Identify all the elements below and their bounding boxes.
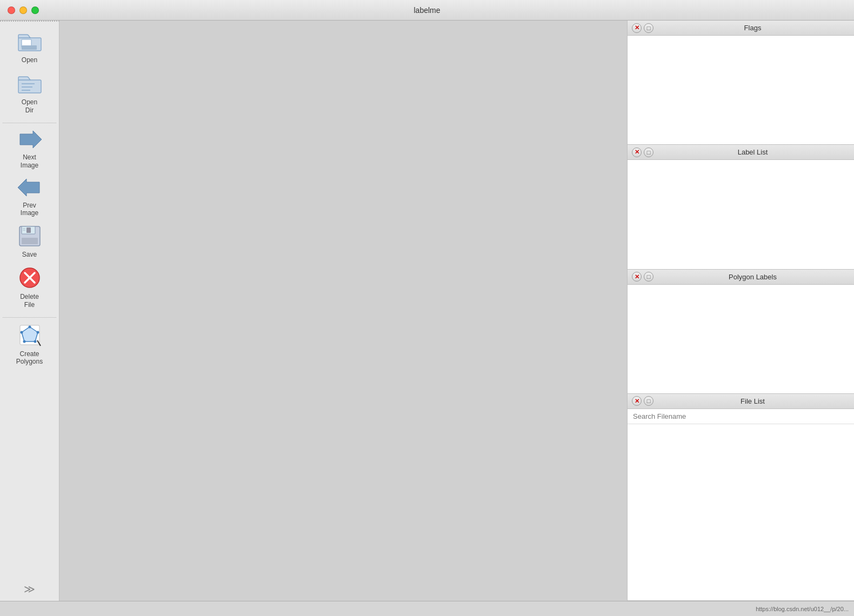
svg-rect-3 bbox=[18, 80, 41, 93]
arrow-right-icon bbox=[18, 130, 42, 151]
title-bar: labelme bbox=[0, 0, 854, 21]
prev-image-button[interactable]: PrevImage bbox=[0, 175, 59, 220]
floppy-disk-icon bbox=[19, 226, 41, 249]
delete-circle-icon bbox=[19, 267, 41, 291]
folder-open-dir-icon bbox=[17, 72, 42, 96]
open-button[interactable]: Open bbox=[0, 27, 59, 67]
label-list-close-button[interactable]: ✕ bbox=[632, 148, 642, 157]
divider-1 bbox=[3, 123, 56, 123]
flags-minimize-button[interactable]: □ bbox=[644, 23, 653, 33]
file-list-minimize-button[interactable]: □ bbox=[644, 396, 653, 406]
app-title: labelme bbox=[413, 6, 440, 15]
window-controls bbox=[8, 6, 39, 14]
delete-file-button[interactable]: DeleteFile bbox=[0, 264, 59, 312]
flags-header: ✕ □ Flags bbox=[628, 21, 854, 36]
flags-title: Flags bbox=[656, 24, 850, 32]
close-window-button[interactable] bbox=[8, 6, 15, 14]
minimize-window-button[interactable] bbox=[19, 6, 27, 14]
toolbar: Open OpenDir bbox=[0, 21, 59, 601]
arrow-left-icon bbox=[18, 178, 42, 199]
divider-2 bbox=[3, 317, 56, 318]
scroll-down-icon: ≫ bbox=[24, 582, 35, 595]
file-list-content[interactable] bbox=[628, 424, 854, 600]
create-polygons-label: CreatePolygons bbox=[16, 350, 43, 366]
file-list-section: ✕ □ File List bbox=[628, 394, 854, 601]
label-list-minimize-button[interactable]: □ bbox=[644, 148, 653, 157]
flags-section: ✕ □ Flags bbox=[628, 21, 854, 145]
open-dir-label: OpenDir bbox=[22, 98, 37, 114]
file-list-close-button[interactable]: ✕ bbox=[632, 396, 642, 406]
svg-point-22 bbox=[34, 340, 36, 343]
polygon-labels-minimize-button[interactable]: □ bbox=[644, 272, 653, 282]
svg-point-24 bbox=[20, 331, 23, 333]
folder-open-icon bbox=[17, 30, 42, 54]
canvas-area[interactable] bbox=[59, 21, 627, 601]
main-container: Open OpenDir bbox=[0, 21, 854, 601]
file-list-header: ✕ □ File List bbox=[628, 394, 854, 409]
flags-content[interactable] bbox=[628, 36, 854, 144]
svg-point-23 bbox=[23, 340, 25, 343]
prev-image-label: PrevImage bbox=[21, 202, 38, 217]
polygon-icon bbox=[19, 324, 41, 348]
open-label: Open bbox=[22, 56, 37, 64]
polygon-labels-content[interactable] bbox=[628, 285, 854, 393]
label-list-header: ✕ □ Label List bbox=[628, 145, 854, 160]
label-list-header-buttons: ✕ □ bbox=[632, 148, 653, 157]
next-image-button[interactable]: NextImage bbox=[0, 126, 59, 172]
label-list-section: ✕ □ Label List bbox=[628, 145, 854, 269]
label-list-title: Label List bbox=[656, 148, 850, 156]
svg-rect-12 bbox=[22, 238, 38, 244]
file-list-header-buttons: ✕ □ bbox=[632, 396, 653, 406]
open-dir-button[interactable]: OpenDir bbox=[0, 69, 59, 117]
save-label: Save bbox=[22, 251, 37, 258]
delete-file-label: DeleteFile bbox=[20, 293, 39, 309]
svg-rect-11 bbox=[26, 227, 31, 233]
next-image-label: NextImage bbox=[21, 153, 38, 169]
maximize-window-button[interactable] bbox=[31, 6, 39, 14]
flags-close-button[interactable]: ✕ bbox=[632, 23, 642, 33]
search-filename-input[interactable] bbox=[628, 409, 854, 424]
svg-rect-2 bbox=[22, 45, 37, 50]
polygon-labels-close-button[interactable]: ✕ bbox=[632, 272, 642, 282]
right-panel: ✕ □ Flags ✕ □ Label List ✕ bbox=[627, 21, 854, 601]
polygon-labels-title: Polygon Labels bbox=[656, 273, 850, 281]
svg-marker-8 bbox=[18, 179, 39, 196]
save-button[interactable]: Save bbox=[0, 223, 59, 262]
svg-point-21 bbox=[36, 331, 39, 333]
svg-point-20 bbox=[28, 325, 31, 328]
status-url: https://blog.csdn.net/u012__/p/20... bbox=[756, 606, 849, 612]
file-list-title: File List bbox=[656, 397, 850, 405]
polygon-labels-section: ✕ □ Polygon Labels bbox=[628, 270, 854, 394]
flags-header-buttons: ✕ □ bbox=[632, 23, 653, 33]
label-list-content[interactable] bbox=[628, 160, 854, 269]
create-polygons-button[interactable]: CreatePolygons bbox=[0, 321, 59, 369]
polygon-labels-header: ✕ □ Polygon Labels bbox=[628, 270, 854, 285]
status-bar: https://blog.csdn.net/u012__/p/20... bbox=[0, 601, 854, 616]
svg-marker-7 bbox=[20, 131, 42, 148]
polygon-labels-header-buttons: ✕ □ bbox=[632, 272, 653, 282]
